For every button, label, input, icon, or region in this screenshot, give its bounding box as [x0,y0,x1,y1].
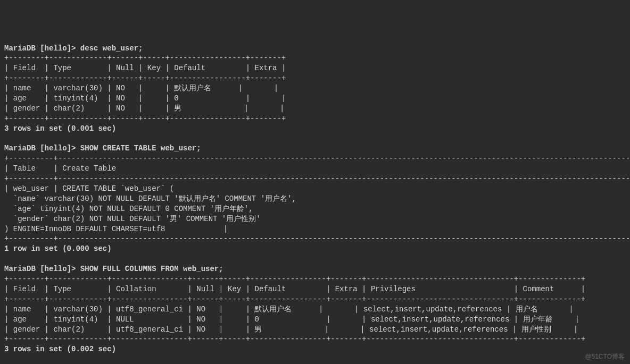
create-row: ) ENGINE=InnoDB DEFAULT CHARSET=utf8 | [4,225,228,233]
command-show-full: SHOW FULL COLUMNS FROM web_user; [80,265,223,273]
desc-border-bot: +--------+-------------+------+-----+---… [4,114,286,123]
full-border-bot: +--------+-------------+----------------… [4,335,585,343]
prompt: MariaDB [hello]> [4,265,80,273]
create-header: | Table | Create Table | [4,164,630,173]
desc-footer: 3 rows in set (0.001 sec) [4,124,116,133]
create-border-bot: +----------+----------------------------… [4,234,630,243]
watermark: @51CTO博客 [585,352,625,361]
full-border-mid: +--------+-------------+----------------… [4,295,585,303]
full-footer: 3 rows in set (0.002 sec) [4,345,116,353]
full-header: | Field | Type | Collation | Null | Key … [4,285,585,293]
prompt: MariaDB [hello]> [4,44,80,53]
command-desc: desc web_user; [80,44,143,53]
create-border-top: +----------+----------------------------… [4,154,630,163]
create-border-mid: +----------+----------------------------… [4,174,630,183]
full-row: | age | tinyint(4) | NULL | NO | | 0 | |… [4,315,579,324]
create-row: `age` tinyint(4) NOT NULL DEFAULT 0 COMM… [4,205,253,213]
create-row: `name` varchar(30) NOT NULL DEFAULT '默认用… [4,194,296,203]
prompt: MariaDB [hello]> [4,144,80,153]
full-row: | gender | char(2) | utf8_general_ci | N… [4,325,578,334]
full-row: | name | varchar(30) | utf8_general_ci |… [4,305,574,314]
desc-row: | name | varchar(30) | NO | | 默认用户名 | | [4,84,278,92]
desc-border-mid: +--------+-------------+------+-----+---… [4,74,286,82]
desc-row: | age | tinyint(4) | NO | | 0 | | [4,94,286,103]
command-show-create: SHOW CREATE TABLE web_user; [80,144,201,153]
desc-border-top: +--------+-------------+------+-----+---… [4,54,286,62]
create-footer: 1 row in set (0.000 sec) [4,244,112,253]
desc-row: | gender | char(2) | NO | | 男 | | [4,104,284,113]
create-row: | web_user | CREATE TABLE `web_user` ( [4,184,174,193]
create-row: `gender` char(2) NOT NULL DEFAULT '男' CO… [4,215,261,223]
full-border-top: +--------+-------------+----------------… [4,275,585,283]
desc-header: | Field | Type | Null | Key | Default | … [4,64,286,72]
